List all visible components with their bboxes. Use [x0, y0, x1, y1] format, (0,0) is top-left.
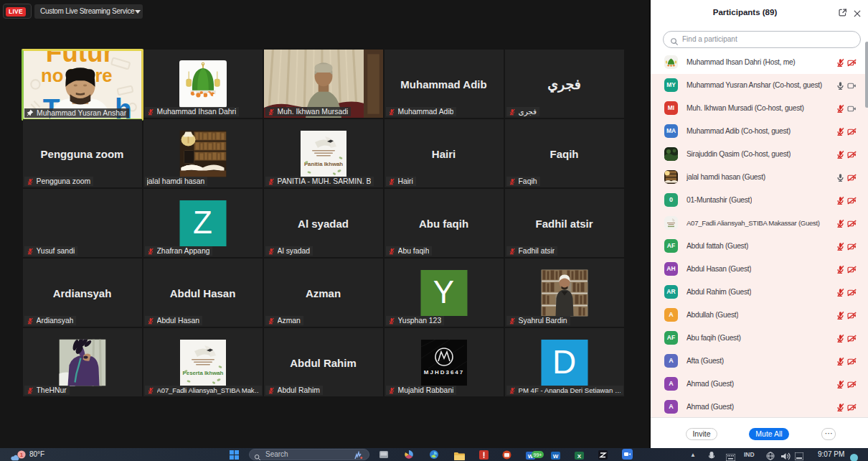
svg-text:MJHD3647: MJHD3647 — [423, 369, 463, 376]
svg-text:Peserta Ikhwah: Peserta Ikhwah — [182, 370, 223, 376]
svg-text:W: W — [553, 453, 559, 460]
svg-text:1: 1 — [20, 452, 24, 458]
svg-text:X: X — [577, 453, 582, 460]
svg-text:99+: 99+ — [534, 452, 542, 457]
svg-text:Panitia Ikhwah: Panitia Ikhwah — [303, 161, 342, 167]
